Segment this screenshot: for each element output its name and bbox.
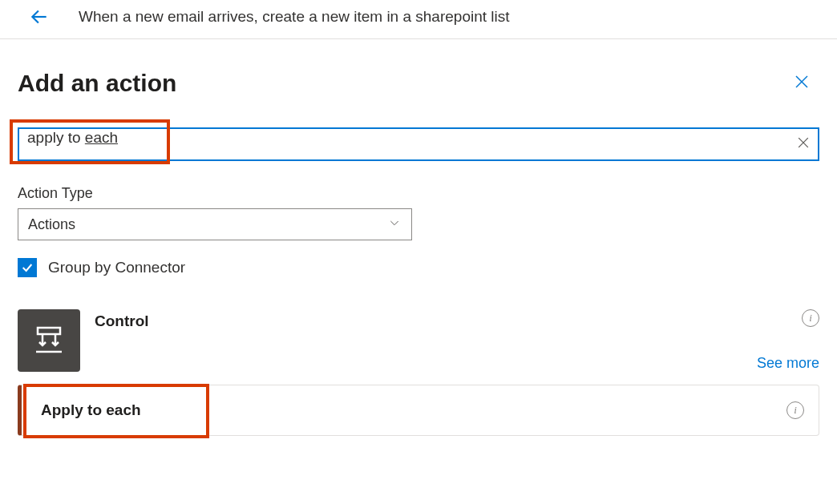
action-type-select[interactable]: Actions (18, 208, 412, 240)
info-icon[interactable]: i (786, 401, 804, 419)
connector-name: Control (95, 312, 149, 330)
control-connector-icon[interactable] (18, 309, 80, 372)
search-input[interactable]: apply to each (18, 127, 819, 161)
search-text-prefix: apply to (27, 129, 85, 146)
group-by-label: Group by Connector (48, 259, 185, 276)
group-by-checkbox[interactable] (18, 258, 37, 277)
action-type-select-wrap: Actions (18, 208, 412, 240)
close-icon[interactable] (792, 72, 819, 95)
action-type-selected: Actions (28, 216, 75, 233)
see-more-link[interactable]: See more (757, 355, 819, 372)
main-panel: Add an action apply to each Action Type … (0, 39, 837, 436)
clear-search-icon[interactable] (795, 135, 811, 154)
svg-rect-5 (38, 328, 60, 334)
page-title: Add an action (18, 70, 176, 97)
search-container: apply to each (18, 127, 819, 161)
header-bar: When a new email arrives, create a new i… (0, 0, 837, 39)
connector-row: Control i See more (18, 309, 819, 372)
action-item-apply-to-each[interactable]: Apply to each i (18, 385, 819, 436)
group-by-row: Group by Connector (18, 258, 819, 277)
info-icon[interactable]: i (802, 309, 819, 327)
back-arrow-icon[interactable] (29, 6, 50, 27)
title-row: Add an action (18, 70, 819, 97)
action-type-label: Action Type (18, 185, 819, 202)
action-label: Apply to each (41, 401, 141, 419)
flow-title: When a new email arrives, create a new i… (79, 8, 510, 26)
connector-body: i See more (95, 309, 819, 372)
search-text-underlined: each (85, 129, 118, 146)
